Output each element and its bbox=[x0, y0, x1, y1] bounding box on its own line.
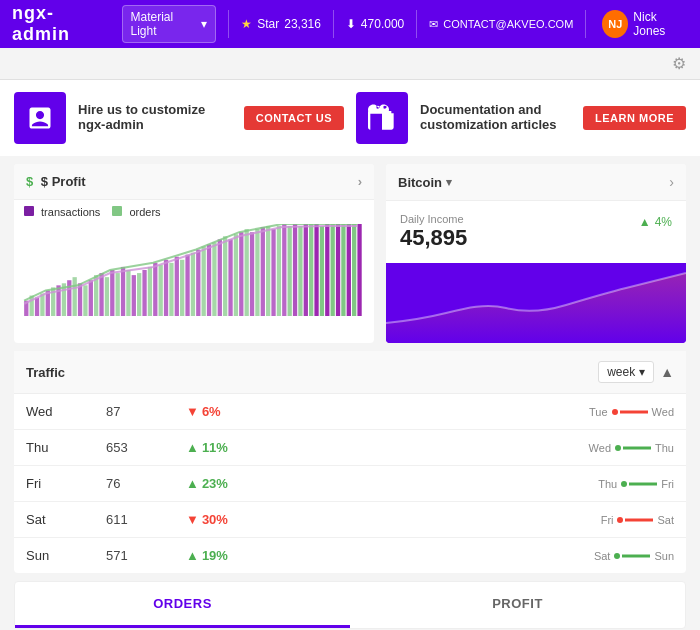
bitcoin-selector[interactable]: Bitcoin ▾ bbox=[398, 175, 452, 190]
row-pct: ▲ 23% bbox=[174, 466, 274, 502]
bitcoin-card: Bitcoin ▾ › Daily Income 45,895 ▲ 4% bbox=[386, 164, 686, 343]
svg-rect-59 bbox=[341, 224, 345, 316]
bitcoin-chevron-icon: ▾ bbox=[446, 176, 452, 189]
profit-title: $ $ Profit bbox=[26, 174, 86, 189]
theme-label: Material Light bbox=[131, 10, 198, 38]
gear-bar: ⚙ bbox=[0, 48, 700, 80]
download-count: 470.000 bbox=[361, 17, 404, 31]
star-count: 23,316 bbox=[284, 17, 321, 31]
income-pct-value: 4% bbox=[655, 215, 672, 229]
tab-orders[interactable]: ORDERS bbox=[15, 582, 350, 628]
divider-1 bbox=[228, 10, 229, 38]
row-day: Fri bbox=[14, 466, 94, 502]
mini-bar-dot bbox=[612, 409, 618, 415]
mini-bar-dot bbox=[621, 481, 627, 487]
divider-3 bbox=[416, 10, 417, 38]
row-pct: ▲ 11% bbox=[174, 430, 274, 466]
settings-button[interactable]: ⚙ bbox=[6, 50, 694, 77]
tab-profit[interactable]: PROFIT bbox=[350, 582, 685, 628]
collapse-button[interactable]: ▲ bbox=[660, 364, 674, 380]
top-header: ngx-admin Material Light ▾ ★ Star 23,316… bbox=[0, 0, 700, 48]
svg-rect-34 bbox=[207, 244, 211, 316]
download-icon: ⬇ bbox=[346, 17, 356, 31]
chart-legend: transactions orders bbox=[14, 200, 374, 224]
svg-rect-15 bbox=[105, 277, 109, 316]
svg-rect-51 bbox=[298, 226, 302, 316]
row-day: Sun bbox=[14, 538, 94, 574]
bitcoin-next-icon[interactable]: › bbox=[669, 174, 674, 190]
svg-rect-14 bbox=[99, 273, 103, 316]
legend-dot-transactions bbox=[24, 206, 34, 216]
svg-rect-35 bbox=[212, 242, 216, 316]
svg-rect-17 bbox=[116, 273, 120, 316]
email-icon: ✉ bbox=[429, 18, 438, 31]
income-percentage: ▲ 4% bbox=[639, 215, 672, 229]
svg-rect-44 bbox=[261, 227, 265, 316]
svg-rect-19 bbox=[126, 270, 130, 316]
period-selector[interactable]: week ▾ bbox=[598, 361, 654, 383]
download-stat: ⬇ 470.000 bbox=[346, 17, 404, 31]
svg-rect-54 bbox=[314, 224, 318, 316]
chart-to-label: Thu bbox=[655, 442, 674, 454]
chart-from-label: Tue bbox=[589, 406, 608, 418]
row-pct: ▲ 19% bbox=[174, 538, 274, 574]
bitcoin-label: Bitcoin bbox=[398, 175, 442, 190]
contact-email: CONTACT@AKVEO.COM bbox=[443, 18, 573, 30]
row-value: 653 bbox=[94, 430, 174, 466]
promo-card-customize: Hire us to customize ngx-admin CONTACT U… bbox=[14, 92, 344, 144]
svg-rect-21 bbox=[137, 273, 141, 316]
charts-row: $ $ Profit › transactions orders bbox=[0, 156, 700, 351]
bitcoin-chart-area bbox=[386, 263, 686, 343]
svg-rect-29 bbox=[180, 260, 184, 316]
legend-dot-orders bbox=[112, 206, 122, 216]
svg-rect-50 bbox=[293, 224, 297, 316]
income-label: Daily Income bbox=[400, 213, 467, 225]
promo-row: Hire us to customize ngx-admin CONTACT U… bbox=[0, 80, 700, 156]
traffic-table-row: Sat 611 ▼ 30% Fri Sat bbox=[14, 502, 686, 538]
chart-to-label: Wed bbox=[652, 406, 674, 418]
row-value: 76 bbox=[94, 466, 174, 502]
svg-rect-31 bbox=[191, 253, 195, 316]
svg-rect-43 bbox=[255, 229, 259, 316]
period-label: week bbox=[607, 365, 635, 379]
row-mini-chart: Fri Sat bbox=[274, 502, 686, 538]
svg-rect-40 bbox=[239, 232, 243, 316]
mini-bar-dot bbox=[615, 445, 621, 451]
chart-from-label: Fri bbox=[601, 514, 614, 526]
promo-icon-docs bbox=[356, 92, 408, 144]
svg-rect-2 bbox=[35, 298, 39, 316]
bottom-tabs: ORDERS PROFIT bbox=[14, 581, 686, 629]
traffic-header: Traffic week ▾ ▲ bbox=[14, 351, 686, 394]
trend-down-icon: ▼ bbox=[186, 404, 199, 419]
svg-rect-25 bbox=[159, 265, 163, 316]
svg-rect-12 bbox=[89, 280, 93, 316]
avatar: NJ bbox=[602, 10, 628, 38]
bitcoin-card-header: Bitcoin ▾ › bbox=[386, 164, 686, 201]
contact-us-button[interactable]: CONTACT US bbox=[244, 106, 344, 130]
theme-selector[interactable]: Material Light ▾ bbox=[122, 5, 217, 43]
chart-from-label: Sat bbox=[594, 550, 611, 562]
chart-to-label: Sat bbox=[657, 514, 674, 526]
traffic-table: Wed 87 ▼ 6% Tue Wed bbox=[14, 394, 686, 573]
svg-rect-60 bbox=[347, 224, 351, 316]
chart-bars bbox=[24, 224, 362, 316]
user-menu[interactable]: NJ Nick Jones bbox=[602, 10, 688, 38]
chart-to-label: Sun bbox=[654, 550, 674, 562]
svg-rect-41 bbox=[245, 229, 249, 316]
svg-rect-20 bbox=[132, 275, 136, 316]
svg-rect-22 bbox=[142, 270, 146, 316]
star-icon: ★ bbox=[241, 17, 252, 31]
learn-more-button[interactable]: LEARN MORE bbox=[583, 106, 686, 130]
profit-chart-area bbox=[14, 224, 374, 324]
svg-rect-56 bbox=[325, 224, 329, 316]
chart-from-label: Wed bbox=[589, 442, 611, 454]
legend-orders: orders bbox=[112, 206, 160, 218]
promo-text-docs: Documentation and customization articles bbox=[420, 102, 571, 134]
user-name: Nick Jones bbox=[633, 10, 688, 38]
svg-rect-53 bbox=[309, 224, 313, 316]
profit-expand-icon[interactable]: › bbox=[358, 174, 362, 189]
profit-chart-svg bbox=[22, 224, 366, 316]
legend-transactions: transactions bbox=[24, 206, 100, 218]
mini-bar-dot bbox=[617, 517, 623, 523]
chevron-down-icon: ▾ bbox=[201, 17, 207, 31]
